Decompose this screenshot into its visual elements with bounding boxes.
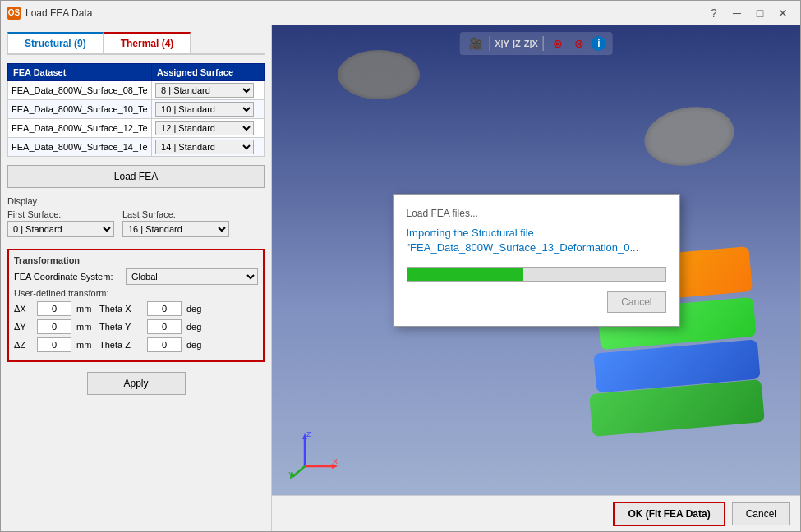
fea-dataset-table: FEA Dataset Assigned Surface FEA_Data_80… [7,63,265,157]
transform-field-row: ΔZ mm Theta Z deg [14,337,258,352]
axis-input-ΔZ[interactable] [37,337,71,352]
theta-unit-label-ΔX: deg [186,304,205,314]
first-surface-label: First Surface: [7,209,114,219]
progress-bar-bg [407,267,666,282]
tab-bar: Structural (9) Thermal (4) [7,32,265,55]
apply-button[interactable]: Apply [87,372,186,395]
theta-unit-label-ΔY: deg [186,322,205,332]
first-surface-group: First Surface: 0 | Standard [7,209,114,237]
minimize-button[interactable]: ─ [726,4,748,22]
transform-field-row: ΔX mm Theta X deg [14,301,258,316]
coord-system-label: FEA Coordinate System: [14,272,121,282]
theta-unit-label-ΔZ: deg [186,340,205,350]
axis-label-ΔZ: ΔZ [14,340,32,350]
table-row: FEA_Data_800W_Surface_12_Te 12 | Standar… [8,119,265,138]
dataset-cell: FEA_Data_800W_Surface_14_Te [8,138,152,157]
bottom-bar: OK (Fit FEA Data) Cancel [272,495,800,531]
surface-cell: 10 | Standard [152,100,265,119]
window-title: Load FEA Data [25,7,92,19]
ok-fit-fea-button[interactable]: OK (Fit FEA Data) [613,502,725,526]
dataset-cell: FEA_Data_800W_Surface_10_Te [8,100,152,119]
viewport: 🎥 X|Y |Z Z|X ⊗ ⊗ i [272,25,800,495]
theta-input-ΔX[interactable] [147,301,182,316]
modal-message: Importing the Structural file "FEA_Data_… [407,226,666,255]
axis-input-ΔX[interactable] [37,301,71,316]
display-label: Display [7,196,265,206]
axis-label-ΔX: ΔX [14,304,32,314]
coord-system-row: FEA Coordinate System: Global [14,268,258,285]
col-surface: Assigned Surface [152,64,265,81]
user-transform-label: User-defined transform: [14,288,258,298]
modal-cancel-button[interactable]: Cancel [607,291,665,313]
load-fea-modal: Load FEA files... Importing the Structur… [393,194,680,327]
last-surface-select[interactable]: 16 | Standard [122,221,229,237]
theta-label-ΔY: Theta Y [99,322,142,332]
modal-overlay: Load FEA files... Importing the Structur… [272,25,800,495]
app-icon: OS [7,7,21,20]
dataset-cell: FEA_Data_800W_Surface_12_Te [8,119,152,138]
table-row: FEA_Data_800W_Surface_08_Te 8 | Standard [8,81,265,100]
transformation-title: Transformation [14,255,258,265]
surface-row: First Surface: 0 | Standard Last Surface… [7,209,265,237]
title-bar-left: OS Load FEA Data [7,7,92,20]
load-fea-button[interactable]: Load FEA [7,165,265,188]
tab-structural[interactable]: Structural (9) [7,32,104,53]
theta-input-ΔZ[interactable] [147,337,182,352]
main-window: OS Load FEA Data ? ─ □ ✕ Structural (9) … [0,0,801,532]
coord-system-select[interactable]: Global [126,268,258,285]
surface-dropdown[interactable]: 8 | Standard [155,83,254,98]
unit-label-ΔX: mm [76,304,94,314]
theta-label-ΔZ: Theta Z [99,340,142,350]
unit-label-ΔZ: mm [76,340,94,350]
surface-dropdown[interactable]: 12 | Standard [155,121,254,135]
theta-input-ΔY[interactable] [147,319,182,334]
surface-dropdown[interactable]: 10 | Standard [155,102,254,117]
surface-cell: 12 | Standard [152,119,265,138]
last-surface-label: Last Surface: [122,209,229,219]
bottom-cancel-button[interactable]: Cancel [732,502,790,525]
progress-bar-fill [407,268,523,281]
axis-label-ΔY: ΔY [14,322,32,332]
maximize-button[interactable]: □ [749,4,771,22]
first-surface-select[interactable]: 0 | Standard [7,221,114,237]
right-section: 🎥 X|Y |Z Z|X ⊗ ⊗ i [272,25,800,531]
modal-actions: Cancel [407,291,666,313]
title-bar: OS Load FEA Data ? ─ □ ✕ [1,1,800,25]
tab-thermal[interactable]: Thermal (4) [104,32,191,53]
modal-title: Load FEA files... [407,208,666,219]
main-content: Structural (9) Thermal (4) FEA Dataset A… [1,25,800,531]
close-button[interactable]: ✕ [772,4,794,22]
table-row: FEA_Data_800W_Surface_10_Te 10 | Standar… [8,100,265,119]
col-dataset: FEA Dataset [8,64,152,81]
dataset-cell: FEA_Data_800W_Surface_08_Te [8,81,152,100]
last-surface-group: Last Surface: 16 | Standard [122,209,229,237]
surface-cell: 14 | Standard [152,138,265,157]
display-section: Display First Surface: 0 | Standard Last… [7,193,265,242]
apply-btn-row: Apply [7,372,265,395]
unit-label-ΔY: mm [76,322,94,332]
help-button[interactable]: ? [703,4,725,22]
table-row: FEA_Data_800W_Surface_14_Te 14 | Standar… [8,138,265,157]
transformation-section: Transformation FEA Coordinate System: Gl… [7,249,265,362]
surface-dropdown[interactable]: 14 | Standard [155,140,254,154]
axis-input-ΔY[interactable] [37,319,71,334]
theta-label-ΔX: Theta X [99,304,142,314]
surface-cell: 8 | Standard [152,81,265,100]
window-controls: ? ─ □ ✕ [703,4,794,22]
left-panel: Structural (9) Thermal (4) FEA Dataset A… [1,25,272,531]
transform-field-row: ΔY mm Theta Y deg [14,319,258,334]
